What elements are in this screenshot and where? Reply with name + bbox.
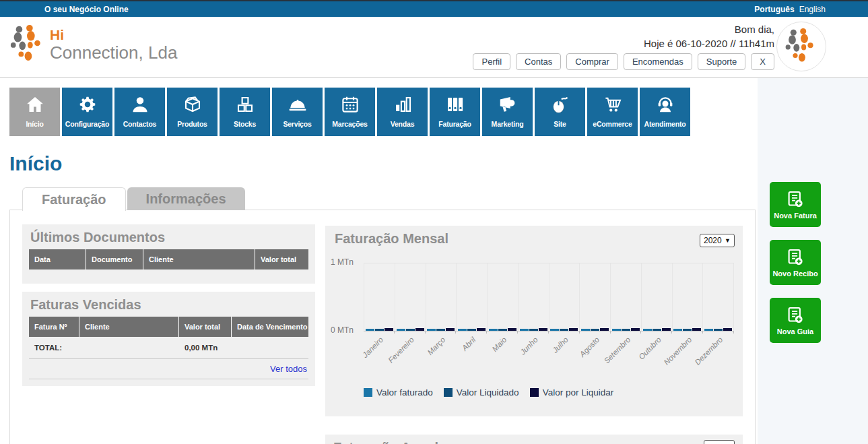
annual-year-select[interactable] [704,440,735,444]
language-english[interactable]: English [799,5,826,14]
legend-item-valor-faturado: Valor faturado [364,387,433,398]
month-group-dezembro [702,263,734,331]
bar-valor-faturado [643,329,652,331]
language-portugues[interactable]: Português [754,5,794,14]
box-icon [182,94,203,115]
header-button-x[interactable]: X [751,53,774,70]
bar-valor-liquidado [529,329,538,331]
chevron-down-icon: ▼ [725,237,731,244]
year-select[interactable]: 2020 ▼ [700,234,735,247]
column-header-cliente: Cliente [79,317,179,337]
header-button-comprar[interactable]: Comprar [566,53,618,70]
quick-action-nova-fatura[interactable]: Nova Fatura [770,182,821,227]
total-cliente-cell [79,337,179,358]
nav-item-inicio[interactable]: Início [9,88,60,136]
nav-item-produtos[interactable]: Produtos [167,88,218,136]
nav-item-configuracao[interactable]: Configuração [62,88,112,136]
cloche-icon [288,94,308,115]
user-avatar[interactable] [776,22,826,71]
logo-word: Hi [50,28,177,42]
month-label: Outubro [637,336,663,361]
tab-faturacao[interactable]: Faturação [22,187,126,211]
chart-legend: Valor faturadoValor LiquidadoValor por L… [364,387,613,398]
quick-action-novo-recibo[interactable]: Novo Recibo [770,240,821,285]
monthly-chart-panel: Faturação Mensal 2020 ▼ 1 MTn 0 MTn Jane… [325,226,743,416]
bar-valor-por-liquidar [477,328,486,331]
bar-valor-faturado [366,329,374,331]
month-label-cell: Maio [487,331,518,380]
nav-item-atendimento[interactable]: Atendimento [640,88,690,136]
header-button-contas[interactable]: Contas [516,53,561,70]
app-window: O seu Negócio Online PortuguêsEnglish Hi… [0,0,868,444]
bar-valor-faturado [581,329,590,331]
month-label-cell: Setembro [611,331,642,380]
bar-valor-liquidado [560,329,568,331]
bar-valor-por-liquidar [600,328,609,331]
total-value: 0,00 MTn [179,337,232,358]
quick-action-nova-guia[interactable]: Nova Guia [770,298,821,343]
nav-item-label: Marcações [332,120,367,128]
month-label-cell: Abril [456,331,487,380]
nav-item-marketing[interactable]: Marketing [482,88,533,136]
bar-valor-por-liquidar [723,328,732,331]
nav-item-servicos[interactable]: Serviços [272,88,323,136]
month-label: Junho [519,336,539,356]
logo-text: Hi Connection, Lda [50,24,177,67]
nav-item-label: Serviços [283,120,311,128]
bar-valor-faturado [458,329,467,331]
mouse-icon [550,94,570,115]
nav-item-site[interactable]: Site [535,88,585,136]
bar-valor-por-liquidar [662,328,671,331]
header: Hi Connection, Lda Bom dia, Hoje é 06-10… [0,18,868,78]
total-row: TOTAL: 0,00 MTn [29,337,308,359]
bar-valor-liquidado [622,329,630,331]
home-icon [25,94,45,115]
header-button-suporte[interactable]: Suporte [698,53,746,70]
nav-item-stocks[interactable]: Stocks [220,88,270,136]
quick-action-label: Nova Fatura [774,212,817,220]
month-label-cell: Dezembro [703,331,734,380]
month-label-cell: Fevereiro [395,331,426,380]
invoice-add-icon [785,247,805,267]
month-label-cell: Junho [518,331,549,380]
nav-item-label: Início [26,120,43,128]
month-group-marco [426,263,457,331]
nav-item-vendas[interactable]: Vendas [377,88,428,136]
header-button-perfil[interactable]: Perfil [473,53,510,70]
header-button-encomendas[interactable]: Encomendas [624,53,692,70]
main-nav: InícioConfiguraçãoContactosProdutosStock… [9,88,690,136]
nav-item-marcacoes[interactable]: Marcações [325,88,375,136]
month-group-setembro [610,263,641,331]
column-header-cliente: Cliente [143,249,255,269]
nav-item-contactos[interactable]: Contactos [114,88,165,136]
legend-swatch [364,388,372,397]
headset-icon [655,94,675,115]
bar-valor-faturado [427,329,436,331]
legend-label: Valor Liquidado [457,387,519,398]
month-label: Março [426,336,446,356]
column-header-fatura-n-: Fatura Nº [29,317,79,337]
y-axis-label-top: 1 MTn [331,257,354,267]
tab-informacoes[interactable]: Informações [127,187,245,210]
nav-item-faturacao[interactable]: Faturação [430,88,480,136]
bar-valor-faturado [520,329,529,331]
month-group-janeiro [364,263,395,331]
overdue-invoices-title: Faturas Vencidas [22,292,315,317]
bar-valor-por-liquidar [508,328,516,331]
month-label: Julho [551,336,570,354]
nav-item-ecommerce[interactable]: eCommerce [587,88,638,136]
month-group-abril [456,263,487,331]
cart-icon [603,94,623,115]
bar-valor-liquidado [683,329,692,331]
month-group-outubro [641,263,672,331]
bar-valor-liquidado [498,329,507,331]
month-group-novembro [672,263,703,331]
legend-item-valor-por-liquidar: Valor por Liquidar [530,387,614,398]
nav-item-label: Faturação [438,120,471,128]
bar-valor-liquidado [375,329,384,331]
view-all-link[interactable]: Ver todos [269,359,308,379]
app-logo: Hi Connection, Lda [8,24,177,67]
view-all-row: Ver todos [29,359,308,379]
tabs: FaturaçãoInformações [22,187,246,211]
legend-swatch [530,388,539,397]
